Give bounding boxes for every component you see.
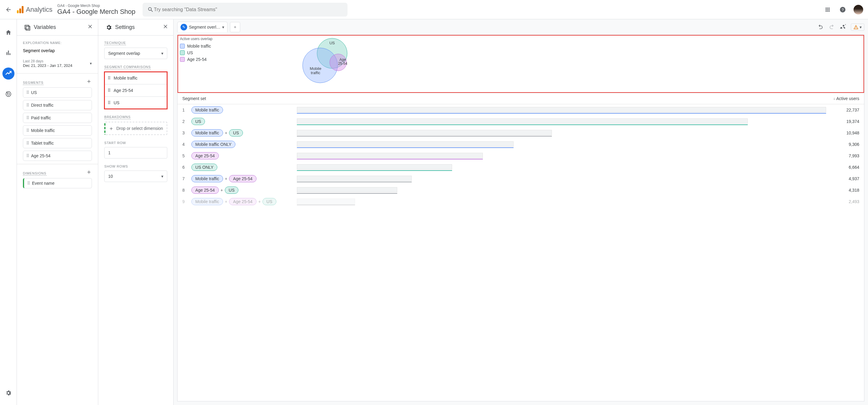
- analytics-logo[interactable]: Analytics: [17, 6, 53, 13]
- swatch-icon: [180, 50, 185, 55]
- segment-comparisons-list: ⠿Mobile traffic⠿Age 25-54⠿US: [104, 72, 167, 109]
- plus-separator: +: [225, 130, 227, 135]
- segment-badge: Mobile traffic: [191, 198, 223, 205]
- row-index: 2: [182, 119, 191, 124]
- segment-comparisons-label: SEGMENT COMPARISONS: [104, 65, 151, 69]
- segment-badge: Mobile traffic: [191, 106, 223, 114]
- exploration-name-input[interactable]: [23, 47, 92, 54]
- segment-chip[interactable]: ⠿Tablet traffic: [23, 138, 92, 148]
- add-segment-button[interactable]: ＋: [86, 77, 92, 85]
- tab-segment-overlap[interactable]: ✎ Segment overl… ▾: [177, 22, 227, 32]
- legend-age[interactable]: Age 25-54: [180, 56, 213, 63]
- dimension-chip[interactable]: ⠿Event name: [23, 178, 92, 188]
- chip-label: Mobile traffic: [114, 75, 137, 81]
- segment-badge: Mobile traffic ONLY: [191, 141, 236, 148]
- legend-mobile[interactable]: Mobile traffic: [180, 43, 213, 50]
- legend-label: Age 25-54: [187, 57, 207, 62]
- segment-comparison-item[interactable]: ⠿Mobile traffic: [104, 72, 167, 84]
- venn-diagram[interactable]: US Mobile traffic Age 25-54: [298, 37, 358, 90]
- close-variables-button[interactable]: [87, 24, 93, 31]
- redo-button[interactable]: [829, 24, 835, 30]
- exploration-canvas: ✎ Segment overl… ▾ ＋ + ▾ Active users ov…: [174, 19, 868, 405]
- nav-admin[interactable]: [2, 387, 14, 399]
- row-bar: [297, 164, 826, 170]
- technique-label: TECHNIQUE: [104, 41, 126, 45]
- show-rows-select[interactable]: 10▾: [104, 170, 167, 182]
- technique-select[interactable]: Segment overlap▾: [104, 48, 167, 59]
- chip-label: US: [31, 90, 37, 95]
- segment-comparison-item[interactable]: ⠿US: [104, 97, 167, 109]
- nav-rail: [0, 19, 17, 405]
- table-row[interactable]: 6US ONLY6,664: [178, 161, 864, 173]
- help-icon[interactable]: ?: [838, 5, 847, 14]
- row-segments: US ONLY: [191, 164, 297, 171]
- column-active-users[interactable]: ↓Active users: [826, 96, 859, 101]
- variables-icon: [24, 24, 31, 31]
- date-range-picker[interactable]: Last 28 days Dec 21, 2023 - Jan 17, 2024…: [23, 59, 92, 68]
- breakdowns-dropzone[interactable]: ＋ Drop or select dimension: [104, 122, 167, 135]
- row-bar: [297, 107, 826, 113]
- drag-handle-icon: ⠿: [26, 153, 29, 158]
- table-row[interactable]: 7Mobile traffic+Age 25-544,937: [178, 173, 864, 184]
- share-button[interactable]: +: [839, 23, 846, 31]
- segment-chip[interactable]: ⠿Mobile traffic: [23, 125, 92, 135]
- table-row[interactable]: 8Age 25-54+US4,318: [178, 184, 864, 196]
- swatch-icon: [180, 57, 185, 62]
- brand-text: Analytics: [26, 6, 53, 13]
- start-row-input[interactable]: 1: [104, 147, 167, 158]
- drag-handle-icon: ⠿: [107, 75, 111, 81]
- row-index: 1: [182, 107, 191, 113]
- search-input[interactable]: [154, 7, 343, 12]
- segments-label: SEGMENTS: [23, 81, 43, 85]
- drag-handle-icon: ⠿: [26, 128, 29, 133]
- column-segment-set[interactable]: Segment set: [182, 96, 297, 101]
- table-row[interactable]: 1Mobile traffic22,737: [178, 104, 864, 116]
- dimensions-label: DIMENSIONS: [23, 172, 46, 176]
- tab-dropdown-icon[interactable]: ▾: [222, 25, 224, 30]
- row-index: 7: [182, 176, 191, 181]
- undo-button[interactable]: [818, 24, 824, 30]
- chip-label: Age 25-54: [114, 88, 133, 93]
- table-row[interactable]: 5Age 25-547,993: [178, 150, 864, 161]
- row-value: 19,374: [826, 119, 859, 124]
- row-segments: Mobile traffic+Age 25-54: [191, 175, 297, 182]
- segment-badge: US: [191, 118, 205, 125]
- row-value: 9,306: [826, 142, 859, 147]
- account-avatar[interactable]: [854, 5, 863, 14]
- table-row[interactable]: 3Mobile traffic+US10,948: [178, 127, 864, 138]
- row-value: 4,318: [826, 188, 859, 192]
- segment-chip[interactable]: ⠿US: [23, 87, 92, 98]
- svg-text:Age: Age: [339, 58, 346, 62]
- row-segments: Mobile traffic+US: [191, 129, 297, 136]
- venn-label-mobile-1: Mobile: [310, 66, 321, 71]
- search-bar[interactable]: [143, 3, 347, 17]
- nav-advertising[interactable]: [2, 88, 14, 100]
- back-button[interactable]: [5, 6, 12, 13]
- segment-chip[interactable]: ⠿Paid traffic: [23, 113, 92, 123]
- date-range-value: Dec 21, 2023 - Jan 17, 2024: [23, 63, 72, 68]
- show-rows-value: 10: [108, 174, 113, 179]
- add-dimension-button[interactable]: ＋: [86, 168, 92, 176]
- segment-comparison-item[interactable]: ⠿Age 25-54: [104, 84, 167, 97]
- segment-chip[interactable]: ⠿Age 25-54: [23, 151, 92, 161]
- table-row[interactable]: 4Mobile traffic ONLY9,306: [178, 138, 864, 150]
- segment-chip[interactable]: ⠿Direct traffic: [23, 100, 92, 110]
- variables-panel: Variables EXPLORATION NAME: Last 28 days…: [17, 19, 98, 405]
- nav-reports[interactable]: [2, 47, 14, 59]
- nav-home[interactable]: [2, 27, 14, 38]
- sampling-warning-button[interactable]: ▾: [851, 24, 864, 31]
- close-settings-button[interactable]: [162, 24, 168, 31]
- table-row[interactable]: 2US19,374: [178, 116, 864, 127]
- add-tab-button[interactable]: ＋: [230, 22, 240, 32]
- gear-icon: [105, 24, 112, 31]
- row-bar: [297, 130, 826, 136]
- venn-diagram-section: Active users overlap Mobile traffic US A…: [178, 35, 864, 93]
- table-row[interactable]: 9Mobile traffic+Age 25-54+US2,493: [178, 196, 864, 207]
- apps-icon[interactable]: [824, 5, 832, 14]
- nav-explore[interactable]: [2, 67, 14, 80]
- segment-badge: US ONLY: [191, 164, 217, 171]
- plus-separator: +: [225, 176, 227, 181]
- legend-us[interactable]: US: [180, 50, 213, 56]
- drag-handle-icon: ⠿: [26, 103, 29, 107]
- property-selector[interactable]: GA4 - Google Merch Shop GA4 - Google Mer…: [57, 4, 135, 16]
